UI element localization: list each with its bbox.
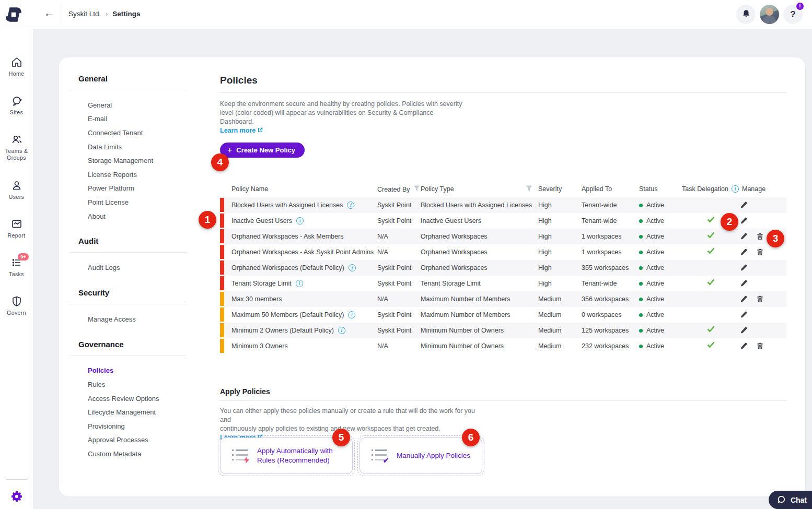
nav-item-general[interactable]: General xyxy=(69,98,186,112)
sidebar-item-teams-groups[interactable]: Teams & Groups xyxy=(0,134,33,161)
chat-bubble-icon xyxy=(777,495,786,505)
task-delegation-check-icon xyxy=(704,216,717,224)
apply-card-label: Apply Automatically with Rules (Recommen… xyxy=(257,446,341,465)
edit-icon[interactable] xyxy=(740,326,748,336)
settings-gear-icon[interactable] xyxy=(11,491,22,502)
policy-list-icon: ✔ xyxy=(372,449,387,462)
nav-item-provisioning[interactable]: Provisioning xyxy=(69,419,186,433)
col-policy-name[interactable]: Policy Name xyxy=(231,185,268,193)
nav-item-audit-logs[interactable]: Audit Logs xyxy=(69,261,186,275)
notifications-button[interactable] xyxy=(736,5,756,24)
col-severity[interactable]: Severity xyxy=(538,185,562,193)
table-row[interactable]: Minimum 2 Owners (Default Policy)iSyskit… xyxy=(220,323,786,338)
chat-button[interactable]: Chat xyxy=(769,491,812,509)
severity-value: Medium xyxy=(538,327,561,334)
sidebar-item-tasks[interactable]: 9+Tasks xyxy=(0,257,33,278)
edit-icon[interactable] xyxy=(740,232,748,242)
delete-icon[interactable] xyxy=(756,295,764,304)
status: Active xyxy=(639,327,664,334)
info-icon[interactable]: i xyxy=(347,202,354,209)
manage-actions xyxy=(740,326,748,336)
nav-item-manage-access[interactable]: Manage Access xyxy=(69,312,186,326)
nav-item-policies[interactable]: Policies xyxy=(69,364,186,378)
col-applied-to[interactable]: Applied To xyxy=(582,185,612,193)
nav-item-point-license[interactable]: Point License xyxy=(69,195,186,209)
policy-type: Maximum Number of Members xyxy=(421,295,511,303)
policy-name: Tenant Storage Limit xyxy=(231,280,292,287)
policy-list-icon xyxy=(232,449,248,462)
sidebar-item-govern[interactable]: Govern xyxy=(0,295,33,316)
status: Active xyxy=(639,202,664,209)
nav-item-access-review-options[interactable]: Access Review Options xyxy=(69,392,186,406)
edit-icon[interactable] xyxy=(740,248,748,257)
nav-item-storage-management[interactable]: Storage Management xyxy=(69,153,186,168)
nav-section-general: GeneralGeneralE-mailConnected TenantData… xyxy=(69,74,186,223)
nav-item-power-platform[interactable]: Power Platform xyxy=(69,182,186,196)
nav-item-custom-metadata[interactable]: Custom Metadata xyxy=(69,447,186,461)
sidebar-item-home[interactable]: Home xyxy=(0,56,33,77)
info-icon[interactable]: i xyxy=(732,185,739,193)
nav-item-about[interactable]: About xyxy=(69,209,186,223)
table-row[interactable]: Blocked Users with Assigned LicensesiSys… xyxy=(220,197,786,213)
col-created-by[interactable]: Created By xyxy=(377,186,410,193)
back-button[interactable]: ← xyxy=(44,7,54,19)
create-new-policy-button[interactable]: + Create New Policy xyxy=(220,143,305,158)
nav-item-e-mail[interactable]: E-mail xyxy=(69,112,186,126)
delete-icon[interactable] xyxy=(756,232,764,242)
col-manage[interactable]: Manage xyxy=(742,185,765,193)
info-icon[interactable]: i xyxy=(296,280,303,287)
nav-item-connected-tenant[interactable]: Connected Tenant xyxy=(69,126,186,140)
table-row[interactable]: Max 30 membersN/AMaximum Number of Membe… xyxy=(220,291,786,307)
created-by: N/A xyxy=(377,233,388,240)
syskit-logo[interactable] xyxy=(4,5,23,24)
nav-item-approval-processes[interactable]: Approval Processes xyxy=(69,433,186,447)
status-label: Active xyxy=(646,202,664,209)
sidebar-item-report[interactable]: Report xyxy=(0,218,33,239)
table-row[interactable]: Orphaned Workspaces - Ask MembersN/AOrph… xyxy=(220,229,786,244)
table-row[interactable]: Orphaned Workspaces (Default Policy)iSys… xyxy=(220,260,786,276)
col-task-delegation[interactable]: Task Delegation xyxy=(682,185,728,193)
edit-icon[interactable] xyxy=(740,342,748,351)
info-icon[interactable]: i xyxy=(348,311,355,318)
bell-icon xyxy=(741,9,751,20)
edit-icon[interactable] xyxy=(740,295,748,304)
nav-item-rules[interactable]: Rules xyxy=(69,377,186,392)
table-row[interactable]: Maximum 50 Members (Default Policy)iSysk… xyxy=(220,307,786,323)
table-row[interactable]: Inactive Guest UsersiSyskit PointInactiv… xyxy=(220,213,786,229)
nav-item-data-limits[interactable]: Data Limits xyxy=(69,140,186,154)
nav-section-audit: AuditAudit Logs xyxy=(69,236,186,275)
nav-section-divider xyxy=(69,90,186,90)
sites-icon xyxy=(11,95,22,106)
policies-description: Keep the environment secure and healthy … xyxy=(220,100,466,135)
sidebar-item-sites[interactable]: Sites xyxy=(0,95,33,116)
col-status[interactable]: Status xyxy=(639,185,657,193)
nav-item-license-reports[interactable]: License Reports xyxy=(69,168,186,182)
table-row[interactable]: Orphaned Workspaces - Ask Syskit Point A… xyxy=(220,244,786,260)
help-button[interactable]: ? ! xyxy=(783,5,803,24)
table-row[interactable]: Minimum 3 OwnersN/AMinimum Number of Own… xyxy=(220,338,786,354)
delete-icon[interactable] xyxy=(756,342,764,351)
info-icon[interactable]: i xyxy=(296,217,304,224)
table-row[interactable]: Tenant Storage LimitiSyskit PointTenant … xyxy=(220,276,786,291)
delete-icon[interactable] xyxy=(756,248,764,257)
edit-icon[interactable] xyxy=(740,201,748,210)
avatar[interactable] xyxy=(760,5,779,24)
nav-item-lifecycle-management[interactable]: Lifecycle Management xyxy=(69,405,186,419)
status-label: Active xyxy=(646,217,664,224)
filter-icon[interactable] xyxy=(526,185,532,193)
edit-icon[interactable] xyxy=(740,311,748,320)
applied-to: 125 workspaces xyxy=(582,327,629,334)
edit-icon[interactable] xyxy=(740,279,748,289)
filter-icon[interactable] xyxy=(413,185,420,193)
breadcrumb-org[interactable]: Syskit Ltd. xyxy=(68,10,101,18)
policy-type: Minimum Number of Owners xyxy=(421,342,504,350)
edit-icon[interactable] xyxy=(740,264,748,273)
apply-automatically-card[interactable]: Apply Automatically with Rules (Recommen… xyxy=(220,437,353,474)
info-icon[interactable]: i xyxy=(338,327,345,334)
info-icon[interactable]: i xyxy=(349,264,356,271)
sidebar-item-users[interactable]: Users xyxy=(0,180,33,200)
severity-bar xyxy=(220,292,224,306)
learn-more-link[interactable]: Learn more xyxy=(220,126,263,135)
col-policy-type[interactable]: Policy Type xyxy=(421,185,454,193)
edit-icon[interactable] xyxy=(740,217,748,226)
